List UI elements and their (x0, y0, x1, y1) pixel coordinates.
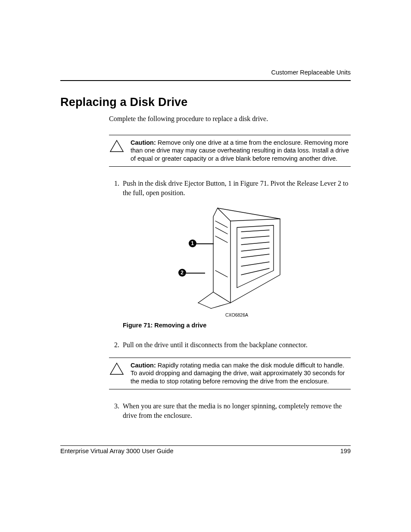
figure-callout-1: 1 (189, 240, 196, 247)
caution-body-text-2: Rapidly rotating media can make the disk… (131, 362, 345, 385)
procedure-list: Push in the disk drive Ejector Button, 1… (109, 179, 351, 350)
figure-caption: Figure 71: Removing a drive (123, 321, 351, 330)
svg-line-5 (198, 292, 213, 303)
svg-line-16 (241, 248, 269, 251)
svg-line-15 (241, 242, 269, 245)
page-footer: Enterprise Virtual Array 3000 User Guide… (60, 445, 351, 454)
footer-page-number: 199 (340, 448, 351, 454)
svg-marker-20 (110, 363, 123, 374)
drive-illustration-icon (172, 202, 302, 309)
figure-callout-2: 2 (178, 269, 186, 277)
caution-rule-bottom (109, 166, 351, 167)
page-title: Replacing a Disk Drive (60, 96, 351, 109)
intro-paragraph: Complete the following procedure to repl… (109, 114, 351, 124)
caution-triangle-icon (109, 139, 125, 163)
svg-line-11 (215, 271, 227, 277)
header-rule (60, 80, 351, 81)
svg-marker-12 (237, 225, 274, 288)
figure-illustration: 1 2 (172, 202, 302, 309)
figure-71: 1 2 CXO6826A (123, 202, 351, 318)
svg-line-8 (215, 221, 227, 227)
step-1-text: Push in the disk drive Ejector Button, 1… (123, 180, 348, 196)
caution-box-2: Caution: Rapidly rotating media can make… (109, 358, 351, 390)
caution-text-1: Caution: Remove only one drive at a time… (131, 139, 351, 163)
caution-label: Caution: (131, 139, 156, 146)
svg-line-18 (241, 262, 269, 266)
caution-rule-bottom-2 (109, 389, 351, 389)
svg-line-14 (241, 236, 269, 238)
procedure-list-cont: When you are sure that the media is no l… (109, 401, 351, 420)
figure-code: CXO6826A (123, 312, 351, 318)
caution-label-2: Caution: (131, 362, 156, 369)
running-header: Customer Replaceable Units (60, 69, 351, 76)
svg-line-10 (215, 236, 227, 243)
svg-line-4 (230, 219, 280, 221)
caution-triangle-icon (109, 361, 125, 386)
callout-leader-1 (196, 243, 214, 244)
svg-line-6 (198, 303, 211, 308)
caution-box-1: Caution: Remove only one drive at a time… (109, 135, 351, 167)
svg-line-17 (241, 254, 269, 258)
svg-line-19 (241, 268, 269, 275)
svg-line-9 (215, 227, 227, 234)
svg-marker-0 (110, 140, 123, 152)
svg-line-7 (211, 303, 230, 308)
caution-text-2: Caution: Rapidly rotating media can make… (131, 361, 351, 386)
callout-leader-2 (186, 273, 205, 273)
svg-line-13 (241, 230, 269, 232)
step-3: When you are sure that the media is no l… (121, 401, 351, 420)
svg-marker-1 (213, 208, 280, 303)
step-1: Push in the disk drive Ejector Button, 1… (121, 179, 351, 330)
caution-body-text: Remove only one drive at a time from the… (131, 139, 349, 162)
footer-rule (60, 445, 351, 446)
footer-guide-name: Enterprise Virtual Array 3000 User Guide (60, 448, 173, 454)
step-2: Pull on the drive until it disconnects f… (121, 340, 351, 350)
